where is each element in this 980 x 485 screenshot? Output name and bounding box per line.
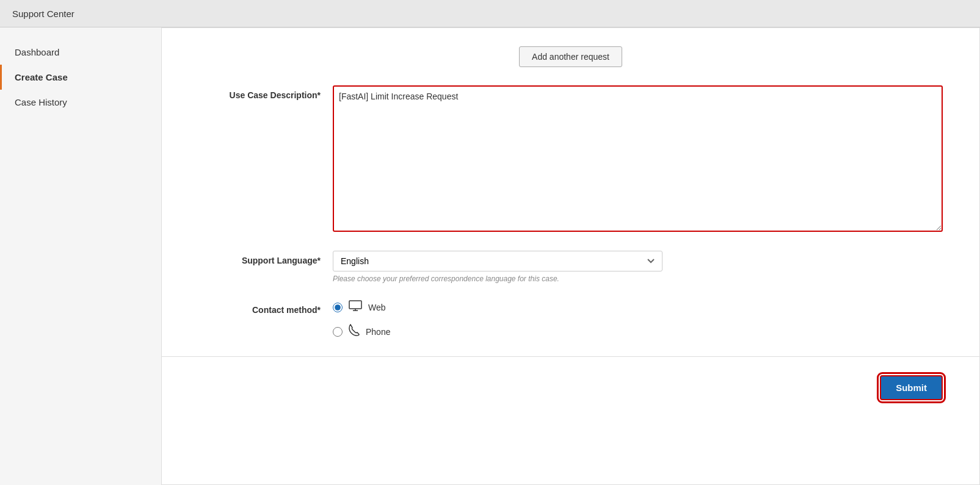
support-language-control: English Spanish French German Please cho…	[333, 251, 943, 283]
sidebar-item-label: Case History	[15, 97, 67, 107]
add-another-request-button[interactable]: Add another request	[519, 46, 622, 67]
contact-options: Web Phone	[333, 300, 943, 339]
contact-method-control: Web Phone	[333, 300, 943, 339]
support-language-label: Support Language*	[198, 251, 333, 265]
sidebar: Dashboard Create Case Case History	[0, 27, 162, 485]
use-case-row: Use Case Description* [FastAI] Limit Inc…	[198, 85, 943, 234]
app-title: Support Center	[12, 9, 74, 19]
footer-divider	[162, 356, 979, 357]
support-language-hint: Please choose your preferred corresponde…	[333, 275, 943, 283]
contact-option-web: Web	[333, 300, 943, 314]
monitor-icon	[349, 300, 362, 314]
main-content: Add another request Use Case Description…	[162, 27, 980, 485]
app-title-bar: Support Center	[0, 0, 980, 27]
use-case-control: [FastAI] Limit Increase Request	[333, 85, 943, 234]
contact-radio-web[interactable]	[333, 303, 343, 312]
support-language-row: Support Language* English Spanish French…	[198, 251, 943, 283]
support-language-select[interactable]: English Spanish French German	[333, 251, 662, 271]
sidebar-item-case-history[interactable]: Case History	[0, 90, 161, 115]
sidebar-item-create-case[interactable]: Create Case	[0, 65, 161, 90]
contact-phone-label: Phone	[366, 327, 390, 337]
contact-option-phone: Phone	[333, 324, 943, 339]
svg-rect-0	[349, 301, 361, 309]
contact-method-label: Contact method*	[198, 300, 333, 315]
submit-button[interactable]: Submit	[880, 375, 943, 400]
use-case-textarea[interactable]: [FastAI] Limit Increase Request	[333, 85, 943, 232]
use-case-label: Use Case Description*	[198, 85, 333, 100]
contact-radio-phone[interactable]	[333, 327, 343, 337]
contact-web-label: Web	[368, 303, 386, 312]
sidebar-item-label: Create Case	[15, 72, 68, 82]
footer-row: Submit	[198, 369, 943, 400]
sidebar-item-dashboard[interactable]: Dashboard	[0, 40, 161, 65]
main-layout: Dashboard Create Case Case History Add a…	[0, 27, 980, 485]
sidebar-item-label: Dashboard	[15, 47, 59, 57]
contact-method-row: Contact method* Web	[198, 300, 943, 339]
phone-icon	[349, 324, 360, 339]
top-section: Add another request	[198, 46, 943, 67]
